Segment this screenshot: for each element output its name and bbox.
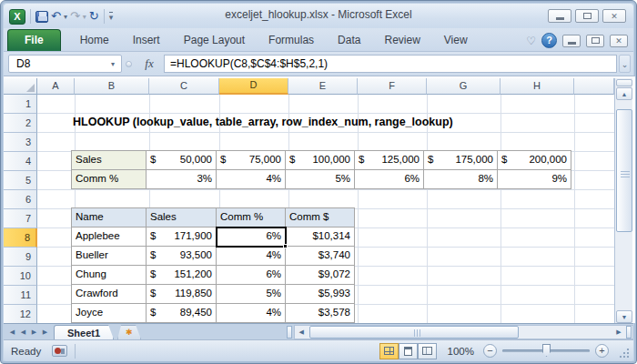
column-header-c[interactable]: C xyxy=(149,78,219,95)
header-comm-dollar[interactable]: Comm $ xyxy=(285,207,355,228)
cell-b8[interactable]: Applebee xyxy=(71,227,147,247)
help-icon[interactable]: ? xyxy=(541,33,557,48)
close-button[interactable]: ✕ xyxy=(602,9,626,23)
row-header-9[interactable]: 9 xyxy=(4,248,37,267)
minimize-ribbon-icon[interactable]: ♡ xyxy=(526,35,536,47)
column-header-d-active[interactable]: D xyxy=(219,78,288,95)
horizontal-scroll-thumb[interactable] xyxy=(309,326,519,339)
first-sheet-icon[interactable]: ◀ xyxy=(7,326,17,338)
workbook-close-button[interactable]: ✕ xyxy=(610,35,628,47)
cell-d10[interactable]: 6% xyxy=(216,265,286,285)
header-sales[interactable]: Sales xyxy=(146,207,217,228)
horizontal-split-handle[interactable] xyxy=(626,326,632,339)
minimize-button[interactable] xyxy=(548,9,571,23)
tab-data[interactable]: Data xyxy=(326,30,372,51)
insert-function-button[interactable]: fx xyxy=(136,55,162,73)
cell-e12[interactable]: $3,578 xyxy=(285,303,355,323)
header-comm-pct[interactable]: Comm % xyxy=(216,207,286,228)
row-header-11[interactable]: 11 xyxy=(4,286,37,305)
row-header-3[interactable]: 3 xyxy=(4,133,37,152)
vertical-scrollbar[interactable]: ▲ ▼ xyxy=(614,78,632,324)
previous-sheet-icon[interactable]: ◀ xyxy=(18,326,28,338)
macro-record-icon[interactable] xyxy=(52,345,67,357)
cell-b5[interactable]: Comm % xyxy=(71,169,147,189)
cell-d12[interactable]: 4% xyxy=(216,303,286,323)
cell-b12[interactable]: Joyce xyxy=(71,303,147,323)
zoom-slider[interactable] xyxy=(502,349,590,352)
cell-c4[interactable]: $50,000 xyxy=(146,150,217,170)
column-header-e[interactable]: E xyxy=(288,78,358,95)
zoom-in-button[interactable]: + xyxy=(595,344,609,358)
horizontal-scrollbar[interactable]: ◀ ▶ xyxy=(294,325,633,339)
cell-b4[interactable]: Sales xyxy=(71,150,147,170)
expand-formula-bar-icon[interactable]: ⌄ xyxy=(619,55,631,73)
workbook-minimize-button[interactable] xyxy=(562,35,581,47)
cell-h4[interactable]: $200,000 xyxy=(497,150,571,170)
scroll-down-icon[interactable]: ▼ xyxy=(616,310,632,323)
cell-c9[interactable]: $93,500 xyxy=(146,246,217,266)
resize-grip[interactable] xyxy=(618,347,630,359)
maximize-button[interactable] xyxy=(575,9,599,23)
cell-h5[interactable]: 9% xyxy=(497,169,571,189)
cell-d9[interactable]: 4% xyxy=(216,246,286,266)
tab-review[interactable]: Review xyxy=(372,30,431,51)
tab-page-layout[interactable]: Page Layout xyxy=(172,30,257,51)
cell-c11[interactable]: $119,850 xyxy=(146,284,217,304)
sheet-tab-sheet1[interactable]: Sheet1 xyxy=(54,325,114,339)
tab-insert[interactable]: Insert xyxy=(121,30,172,51)
fill-handle[interactable] xyxy=(283,244,288,248)
tab-formulas[interactable]: Formulas xyxy=(257,30,326,51)
cell-e8[interactable]: $10,314 xyxy=(285,227,355,247)
cell-e4[interactable]: $100,000 xyxy=(285,150,355,170)
next-sheet-icon[interactable]: ▶ xyxy=(29,326,39,338)
row-header-7[interactable]: 7 xyxy=(4,209,37,228)
page-break-view-button[interactable] xyxy=(418,343,437,359)
cell-c10[interactable]: $151,200 xyxy=(146,265,217,285)
scroll-left-icon[interactable]: ◀ xyxy=(295,326,308,339)
scroll-right-icon[interactable]: ▶ xyxy=(612,326,625,339)
name-box[interactable]: D8 xyxy=(8,55,122,73)
tab-scrollbar-split-handle[interactable] xyxy=(287,326,292,339)
cell-f4[interactable]: $125,000 xyxy=(354,150,424,170)
row-header-1[interactable]: 1 xyxy=(4,95,37,114)
column-header-g[interactable]: G xyxy=(427,78,500,95)
zoom-out-button[interactable]: − xyxy=(483,344,497,358)
column-header-partial[interactable] xyxy=(574,78,614,95)
tab-view[interactable]: View xyxy=(432,30,480,51)
row-header-4[interactable]: 4 xyxy=(4,152,37,171)
cell-b2-title[interactable]: HLOOKUP (lookup_value, table_array, row_… xyxy=(73,113,453,132)
page-layout-view-button[interactable] xyxy=(399,343,418,359)
cell-d5[interactable]: 4% xyxy=(216,169,286,189)
cell-g4[interactable]: $175,000 xyxy=(423,150,498,170)
cell-g5[interactable]: 8% xyxy=(423,169,498,189)
row-header-12[interactable]: 12 xyxy=(4,305,37,324)
zoom-level-label[interactable]: 100% xyxy=(448,346,474,357)
active-cell-selection[interactable] xyxy=(216,227,287,248)
vertical-split-handle[interactable] xyxy=(616,79,632,86)
cell-d11[interactable]: 5% xyxy=(216,284,286,304)
cell-f5[interactable]: 6% xyxy=(354,169,424,189)
formula-input[interactable]: =HLOOKUP(C8,$C$4:$H$5,2,1) xyxy=(164,55,617,73)
select-all-corner[interactable] xyxy=(4,78,37,95)
tab-file[interactable]: File xyxy=(7,29,61,51)
cell-c5[interactable]: 3% xyxy=(146,169,217,189)
cell-c8[interactable]: $171,900 xyxy=(146,227,217,247)
column-header-a[interactable]: A xyxy=(37,78,75,95)
cell-e5[interactable]: 5% xyxy=(285,169,355,189)
column-header-h[interactable]: H xyxy=(500,78,574,95)
scroll-up-icon[interactable]: ▲ xyxy=(616,87,632,100)
row-header-10[interactable]: 10 xyxy=(4,267,37,286)
header-name[interactable]: Name xyxy=(71,207,147,228)
normal-view-button[interactable] xyxy=(379,343,399,359)
cell-b10[interactable]: Chung xyxy=(71,265,147,285)
zoom-slider-thumb[interactable] xyxy=(542,344,551,357)
cell-b11[interactable]: Crawford xyxy=(71,284,147,304)
vertical-scroll-thumb[interactable] xyxy=(616,109,632,232)
formula-bar-handle[interactable] xyxy=(126,61,132,67)
cell-b9[interactable]: Bueller xyxy=(71,246,147,266)
row-header-6[interactable]: 6 xyxy=(4,190,37,209)
column-header-b[interactable]: B xyxy=(75,78,149,95)
row-header-8-active[interactable]: 8 xyxy=(4,228,37,248)
cell-e11[interactable]: $5,993 xyxy=(285,284,355,304)
row-header-2[interactable]: 2 xyxy=(4,114,37,133)
